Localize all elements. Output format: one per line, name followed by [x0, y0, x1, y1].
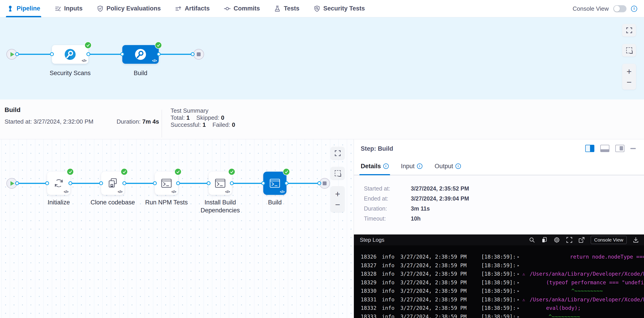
check-icon [230, 170, 234, 174]
commit-icon [224, 5, 231, 12]
skipped-value: 0 [221, 114, 224, 121]
detail-value: 10h [411, 214, 420, 224]
log-line[interactable]: 18330 info 3/27/2024, 2:38:59 PM [18:38:… [354, 288, 644, 294]
log-line[interactable]: 18329 info 3/27/2024, 2:38:59 PM [18:38:… [354, 279, 644, 286]
info-icon[interactable]: i [456, 163, 461, 169]
connector-port [207, 181, 211, 185]
stage-graph-canvas[interactable]: </> </> Security [0, 17, 644, 99]
initialize-sync-icon [53, 178, 64, 189]
connector-port [191, 52, 195, 56]
download-icon[interactable] [632, 237, 639, 243]
expand-arrow-icon[interactable]: ▸ [517, 313, 520, 318]
tab-details[interactable]: Details i [361, 157, 389, 175]
open-in-new-icon[interactable] [578, 237, 585, 243]
console-view-label: Console View [572, 5, 609, 12]
search-icon[interactable] [529, 237, 535, 243]
settings-gear-icon[interactable] [553, 237, 560, 243]
success-badge [174, 168, 182, 175]
edge [124, 183, 155, 184]
log-line[interactable]: 18333 info 3/27/2024, 2:38:59 PM [18:38:… [354, 313, 644, 318]
expand-arrow-icon[interactable]: ▸ [517, 296, 520, 303]
stop-icon [323, 181, 326, 185]
tab-inputs[interactable]: Inputs [54, 0, 83, 17]
code-badge: </> [172, 190, 176, 194]
stage-node-security-scans[interactable]: </> [52, 45, 88, 64]
connector-port [230, 181, 234, 185]
layout-bottom-view-button[interactable] [600, 145, 610, 152]
connector-port [15, 181, 19, 185]
connector-port [15, 52, 19, 56]
log-actions: Console View [529, 236, 639, 244]
duration-label: Duration: [116, 118, 141, 125]
minimize-panel-button[interactable] [630, 148, 636, 149]
connector-port [45, 181, 49, 185]
tab-artifacts[interactable]: Artifacts [175, 0, 210, 17]
pipeline-end-node[interactable] [193, 49, 204, 60]
expand-arrow-icon[interactable]: ▸ [517, 279, 520, 286]
log-line[interactable]: 18327 info 3/27/2024, 2:38:59 PM [18:38:… [354, 262, 644, 269]
selection-tool-button[interactable] [331, 167, 344, 180]
log-level: info [382, 305, 394, 312]
log-line[interactable]: 18332 info 3/27/2024, 2:38:59 PM [18:38:… [354, 305, 644, 312]
tab-label: Input [401, 163, 415, 170]
log-time: [18:38:59]: [481, 279, 516, 286]
log-line[interactable]: 18331 info 3/27/2024, 2:38:59 PM [18:38:… [354, 296, 644, 303]
tab-input[interactable]: Input i [401, 157, 422, 175]
log-time: [18:38:59]: [481, 313, 516, 318]
detail-value: 3m 11s [411, 204, 430, 214]
tab-label: Tests [284, 5, 300, 12]
fullscreen-button[interactable] [622, 24, 636, 37]
layout-bottom-icon [601, 149, 609, 152]
step-node-initialize[interactable]: </> [47, 172, 70, 195]
log-line[interactable]: 18326 info 3/27/2024, 2:38:59 PM [18:38:… [354, 253, 644, 260]
marquee-icon [626, 47, 632, 53]
tab-policy-evaluations[interactable]: Policy Evaluations [97, 0, 161, 17]
step-panel-tabs: Details i Input i Output i [354, 158, 644, 175]
step-node-build[interactable]: </> [263, 172, 286, 195]
log-level: info [382, 271, 394, 277]
selection-tool-button[interactable] [622, 44, 636, 57]
console-view-button[interactable]: Console View [591, 236, 627, 244]
fullscreen-button[interactable] [331, 147, 344, 160]
step-node-run-npm-tests[interactable]: </> [155, 172, 178, 195]
zoom-out-button[interactable]: − [626, 78, 632, 86]
stage-node-build[interactable]: </> [122, 45, 159, 64]
expand-arrow-icon[interactable]: ▸ [517, 288, 520, 294]
step-details-content: Started at: 3/27/2024, 2:35:52 PM Ended … [354, 175, 644, 235]
step-graph-canvas[interactable]: </> </> </> [0, 139, 354, 318]
info-icon[interactable]: i [631, 6, 637, 12]
expand-arrow-icon[interactable]: ▸ [517, 271, 520, 277]
edge [70, 183, 101, 184]
fullscreen-icon[interactable] [566, 237, 572, 243]
zoom-in-button[interactable]: + [335, 190, 340, 198]
tab-tests[interactable]: Tests [274, 0, 300, 17]
connector-port [285, 181, 288, 185]
log-line[interactable]: 18328 info 3/27/2024, 2:38:59 PM [18:38:… [354, 271, 644, 277]
expand-arrow-icon[interactable]: ▸ [517, 262, 520, 269]
console-view-toggle[interactable] [613, 5, 626, 12]
step-label: Clone codebase [86, 199, 140, 206]
info-icon[interactable]: i [383, 163, 389, 169]
info-icon[interactable]: i [417, 163, 422, 169]
layout-right-view-button[interactable] [585, 145, 594, 152]
layout-floating-view-button[interactable] [615, 145, 624, 152]
log-line-number: 18332 [361, 305, 376, 312]
copy-icon[interactable] [541, 237, 548, 243]
zoom-in-button[interactable]: + [626, 67, 632, 76]
log-content: ^~~~~~~~~~ [571, 288, 603, 294]
expand-arrow-icon[interactable]: ▸ [517, 253, 520, 260]
tab-pipeline[interactable]: Pipeline [7, 0, 40, 17]
zoom-out-button[interactable]: − [335, 200, 340, 209]
connector-port [68, 181, 72, 185]
tab-output[interactable]: Output i [435, 157, 461, 175]
connector-port [120, 52, 124, 56]
step-node-install-build-dependencies[interactable]: </> [208, 172, 232, 195]
log-time: [18:38:59]: [481, 296, 516, 303]
expand-arrow-icon[interactable]: ▸ [517, 305, 520, 312]
tab-security-tests[interactable]: Security Tests [314, 0, 365, 17]
successful-value: 1 [202, 121, 206, 128]
step-node-clone-codebase[interactable]: </> [101, 172, 124, 195]
connector-port [50, 52, 54, 56]
tab-commits[interactable]: Commits [224, 0, 260, 17]
step-logs-body[interactable]: 18326 info 3/27/2024, 2:38:59 PM [18:38:… [354, 245, 644, 318]
